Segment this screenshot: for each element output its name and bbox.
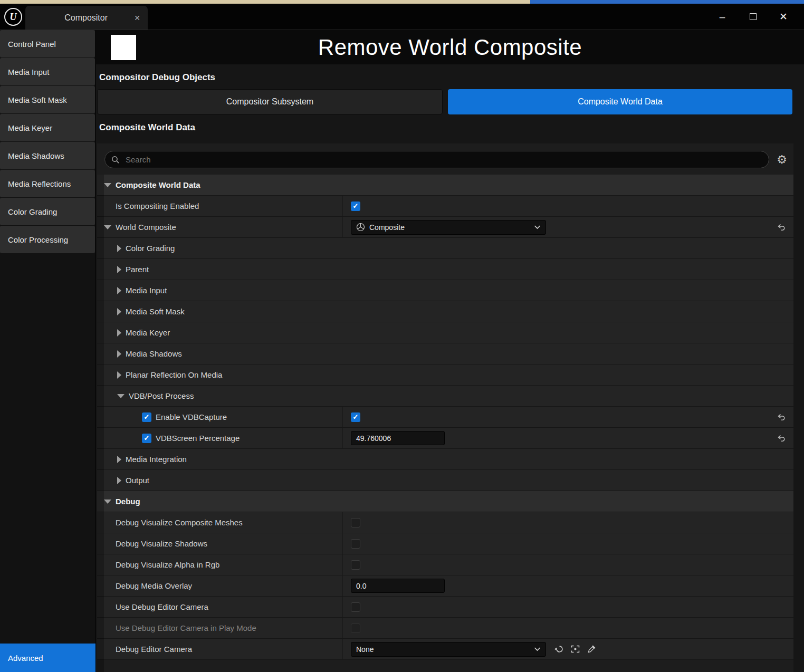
value-number-input[interactable]: 49.760006 xyxy=(351,431,445,445)
value-checkbox[interactable] xyxy=(351,560,360,570)
subcategory-row[interactable]: Media Input xyxy=(97,280,793,301)
value-dropdown[interactable]: None xyxy=(351,642,546,657)
property-row[interactable]: ✓Enable VDBCapture✓ xyxy=(97,407,793,428)
section-compositor-debug-objects: Compositor Debug Objects xyxy=(96,64,793,88)
search-input[interactable] xyxy=(125,155,762,165)
property-name-cell: Media Input xyxy=(97,280,793,301)
reset-cell xyxy=(769,196,793,216)
use-selected-asset-icon[interactable] xyxy=(553,645,563,653)
property-name-cell: World Composite xyxy=(97,217,342,237)
property-name-label: Media Integration xyxy=(126,455,187,464)
property-row[interactable]: ✓VDBScreen Percentage49.760006 xyxy=(97,428,793,449)
reset-to-default-icon[interactable] xyxy=(777,435,786,442)
sidebar-item-media-reflections[interactable]: Media Reflections xyxy=(0,170,95,197)
value-checkbox[interactable]: ✓ xyxy=(351,201,360,211)
expander-open-icon[interactable] xyxy=(117,394,125,398)
expander-closed-icon[interactable] xyxy=(117,266,121,273)
reset-cell xyxy=(769,639,793,659)
expander-open-icon[interactable] xyxy=(104,225,111,229)
toggle-composite-world-data[interactable]: Composite World Data xyxy=(448,89,792,114)
sidebar-item-color-processing[interactable]: Color Processing xyxy=(0,226,95,253)
browse-to-asset-icon[interactable] xyxy=(571,645,580,653)
category-row[interactable]: Composite World Data xyxy=(97,175,793,196)
reset-cell xyxy=(769,217,793,237)
minimize-button[interactable]: – xyxy=(707,4,738,30)
sidebar-item-media-shadows[interactable]: Media Shadows xyxy=(0,142,95,169)
sidebar-item-color-grading[interactable]: Color Grading xyxy=(0,198,95,225)
expander-closed-icon[interactable] xyxy=(117,287,121,294)
subcategory-row[interactable]: Media Keyer xyxy=(97,322,793,343)
reset-to-default-icon[interactable] xyxy=(777,224,786,231)
property-row[interactable]: World CompositeComposite xyxy=(97,217,793,238)
edit-condition-checkbox[interactable]: ✓ xyxy=(142,434,151,443)
property-row[interactable]: Is Compositing Enabled✓ xyxy=(97,196,793,217)
subcategory-row[interactable]: Media Shadows xyxy=(97,343,793,364)
property-value-cell: ✓ xyxy=(342,196,769,216)
expander-closed-icon[interactable] xyxy=(117,329,121,337)
property-name-label: Media Keyer xyxy=(126,328,170,337)
property-row[interactable]: Debug Visualize Alpha in Rgb xyxy=(97,554,793,575)
category-row[interactable]: Debug xyxy=(97,491,793,512)
search-icon xyxy=(111,156,120,164)
subcategory-row[interactable]: Color Grading xyxy=(97,238,793,259)
expander-closed-icon[interactable] xyxy=(117,350,121,358)
sidebar-item-media-input[interactable]: Media Input xyxy=(0,58,95,85)
chevron-down-icon xyxy=(534,225,541,229)
edit-condition-checkbox[interactable]: ✓ xyxy=(142,412,151,422)
property-name-label: Debug Visualize Composite Meshes xyxy=(116,518,243,527)
property-name-cell: Parent xyxy=(97,259,793,280)
property-name-cell: Color Grading xyxy=(97,238,793,258)
sidebar-item-media-keyer[interactable]: Media Keyer xyxy=(0,114,95,141)
property-row[interactable]: Debug Media Overlay0.0 xyxy=(97,575,793,597)
property-tree: Composite World DataIs Compositing Enabl… xyxy=(97,175,793,672)
value-number-input[interactable]: 0.0 xyxy=(351,579,445,593)
property-value-cell: ✓ xyxy=(342,407,769,427)
sidebar-item-control-panel[interactable]: Control Panel xyxy=(0,30,95,57)
debug-object-toggle-group: Compositor SubsystemComposite World Data xyxy=(96,88,793,114)
close-button[interactable]: ✕ xyxy=(768,4,799,30)
expander-closed-icon[interactable] xyxy=(117,477,121,484)
property-name-label: Output xyxy=(126,476,149,485)
subcategory-row[interactable]: Media Integration xyxy=(97,449,793,470)
search-box[interactable] xyxy=(104,151,769,168)
value-checkbox[interactable] xyxy=(351,623,360,633)
tab-close-icon[interactable]: ✕ xyxy=(134,14,140,22)
tab-compositor[interactable]: Compositor ✕ xyxy=(25,6,148,30)
value-checkbox[interactable] xyxy=(351,518,360,527)
property-row[interactable]: Use Debug Editor Camera in Play Mode xyxy=(97,618,793,639)
eyedropper-icon[interactable] xyxy=(587,645,596,654)
expander-open-icon[interactable] xyxy=(104,183,111,187)
value-checkbox[interactable] xyxy=(351,602,360,612)
settings-gear-icon[interactable]: ⚙ xyxy=(777,154,787,166)
value-checkbox[interactable] xyxy=(351,539,360,549)
sidebar-item-label: Media Reflections xyxy=(8,179,71,188)
expander-closed-icon[interactable] xyxy=(117,371,121,379)
property-name-cell: Use Debug Editor Camera xyxy=(97,597,342,617)
subcategory-row[interactable]: Planar Reflection On Media xyxy=(97,364,793,386)
property-name-label: Composite World Data xyxy=(116,180,200,189)
subcategory-row[interactable]: Media Soft Mask xyxy=(97,301,793,322)
property-row[interactable]: Debug Visualize Composite Meshes xyxy=(97,512,793,533)
expander-open-icon[interactable] xyxy=(104,500,111,504)
property-name-label: Media Input xyxy=(126,286,167,295)
toggle-compositor-subsystem[interactable]: Compositor Subsystem xyxy=(97,89,443,114)
property-name-label: Color Grading xyxy=(126,244,175,253)
sidebar-item-advanced[interactable]: Advanced xyxy=(0,644,95,672)
expander-closed-icon[interactable] xyxy=(117,308,121,315)
subcategory-row[interactable]: Output xyxy=(97,470,793,491)
sidebar-item-media-soft-mask[interactable]: Media Soft Mask xyxy=(0,86,95,113)
maximize-button[interactable] xyxy=(738,4,768,30)
reset-to-default-icon[interactable] xyxy=(777,414,786,421)
property-row[interactable]: Use Debug Editor Camera xyxy=(97,597,793,618)
subcategory-row[interactable]: Parent xyxy=(97,259,793,280)
value-checkbox[interactable]: ✓ xyxy=(351,412,360,422)
property-row[interactable]: Debug Editor CameraNone xyxy=(97,639,793,660)
property-row[interactable]: Debug Visualize Shadows xyxy=(97,533,793,554)
subcategory-row[interactable]: VDB/Post Process xyxy=(97,386,793,407)
value-dropdown[interactable]: Composite xyxy=(351,220,546,235)
expander-closed-icon[interactable] xyxy=(117,245,121,252)
window-titlebar: U Compositor ✕ – ✕ xyxy=(0,4,804,30)
property-value-cell: Composite xyxy=(342,217,769,237)
expander-closed-icon[interactable] xyxy=(117,456,121,463)
reset-cell xyxy=(769,618,793,638)
